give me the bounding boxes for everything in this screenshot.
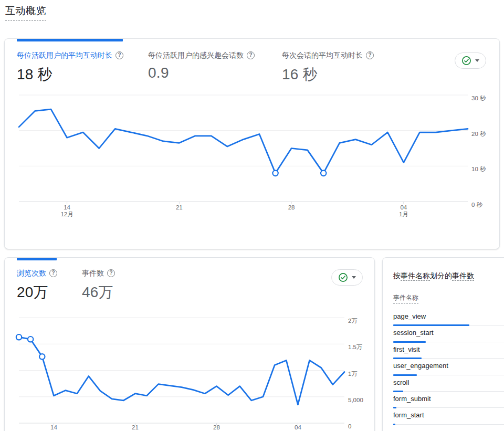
svg-text:0: 0 — [348, 423, 351, 429]
definition-term: 事件数 — [452, 271, 474, 281]
svg-text:2万: 2万 — [348, 318, 358, 324]
event-row: scroll — [393, 375, 504, 392]
definition-term: 事件名称 — [401, 271, 430, 281]
event-name: user_engagement — [393, 359, 504, 370]
event-row: session_start — [393, 325, 504, 342]
event-name-column-header: 事件名称 — [393, 293, 418, 304]
svg-text:5,000: 5,000 — [348, 397, 363, 403]
svg-text:28: 28 — [213, 424, 220, 430]
svg-text:21: 21 — [132, 424, 139, 430]
svg-text:0 秒: 0 秒 — [471, 202, 483, 208]
engagement-card: 每位活跃用户的平均互动时长 ? 18 秒 每位活跃用户的感兴趣会话数 ? 0.9… — [4, 38, 500, 249]
ga4-engagement-overview: 互动概览 每位活跃用户的平均互动时长 ? 18 秒 每位活跃用户的感兴趣会话数 … — [0, 0, 504, 431]
event-name: page_view — [393, 309, 504, 320]
svg-text:14: 14 — [50, 424, 57, 430]
event-row: page_view — [393, 309, 504, 325]
svg-text:04: 04 — [400, 204, 407, 211]
event-name: form_start — [393, 408, 504, 419]
views-chart[interactable]: 05,0001万1.5万2万1412月2128041月 — [5, 258, 374, 431]
svg-text:20 秒: 20 秒 — [471, 131, 486, 137]
event-row: first_visit — [393, 342, 504, 359]
event-name: form_submit — [393, 392, 504, 403]
svg-text:1万: 1万 — [348, 371, 358, 377]
svg-text:1.5万: 1.5万 — [348, 344, 363, 350]
events-card-title: 按事件名称划分的事件数 — [393, 270, 474, 281]
svg-text:10 秒: 10 秒 — [471, 166, 486, 172]
title-text: 划分的 — [430, 271, 452, 280]
svg-text:1月: 1月 — [399, 211, 408, 217]
svg-text:21: 21 — [176, 204, 183, 211]
svg-text:14: 14 — [64, 204, 70, 211]
events-by-name-card: 按事件名称划分的事件数 事件名称 page_viewsession_startf… — [382, 257, 504, 431]
event-name: scroll — [393, 375, 504, 386]
title-text: 按 — [393, 271, 401, 280]
event-row: form_submit — [393, 392, 504, 408]
event-name: first_visit — [393, 342, 504, 353]
engagement-time-chart[interactable]: 0 秒10 秒20 秒30 秒1412月2128041月 — [5, 39, 499, 249]
svg-text:30 秒: 30 秒 — [471, 95, 486, 101]
event-name: session_start — [393, 325, 504, 337]
event-rows: page_viewsession_startfirst_visituser_en… — [393, 309, 504, 425]
page-title: 互动概览 — [5, 4, 46, 21]
views-card: 浏览次数 ? 20万 事件数 ? 46万 05,0001万1.5万2万1412月… — [4, 257, 375, 431]
svg-text:04: 04 — [295, 424, 301, 430]
event-count-bar — [393, 424, 395, 425]
svg-text:12月: 12月 — [60, 211, 73, 217]
event-row: form_start — [393, 408, 504, 424]
svg-text:28: 28 — [288, 204, 295, 211]
event-row: user_engagement — [393, 359, 504, 375]
